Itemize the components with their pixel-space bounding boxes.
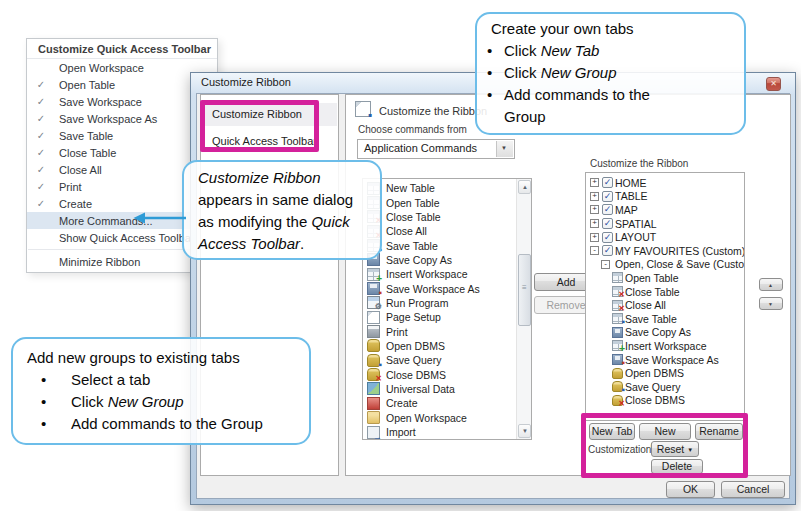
- command-item[interactable]: Close DBMS: [363, 367, 516, 381]
- choose-commands-dropdown[interactable]: Application Commands: [357, 139, 515, 159]
- command-item[interactable]: Save Workspace As: [363, 281, 516, 295]
- tree-item[interactable]: +✓MAP: [586, 203, 744, 217]
- menu-item[interactable]: ✓Save Table: [27, 127, 217, 144]
- tree-item[interactable]: Open DBMS: [586, 366, 744, 380]
- tree-item[interactable]: Save Copy As: [586, 326, 744, 340]
- scroll-up-icon[interactable]: [518, 180, 531, 194]
- scroll-down-icon[interactable]: [518, 424, 531, 438]
- command-item[interactable]: Insert Workspace: [363, 267, 516, 281]
- command-label: Page Setup: [386, 311, 441, 323]
- create-icon: [367, 397, 380, 410]
- checkbox[interactable]: ✓: [602, 204, 613, 215]
- tree-item[interactable]: Save Workspace As: [586, 353, 744, 367]
- command-item[interactable]: Open Table: [363, 195, 516, 209]
- command-item[interactable]: Universal Data: [363, 382, 516, 396]
- callout-create-tabs: Create your own tabs •Click New Tab•Clic…: [475, 12, 746, 135]
- command-item[interactable]: Close Table: [363, 210, 516, 224]
- command-list-scrollbar[interactable]: [516, 179, 531, 439]
- expand-icon[interactable]: +: [590, 219, 599, 228]
- qat-menu-title: Customize Quick Access Toolbar: [27, 39, 217, 59]
- tree-item[interactable]: Save Table: [586, 312, 744, 326]
- menu-item[interactable]: ✓Save Workspace: [27, 93, 217, 110]
- command-label: Close DBMS: [386, 369, 446, 381]
- tree-item[interactable]: +✓LAYOUT: [586, 230, 744, 244]
- command-item[interactable]: New Table: [363, 181, 516, 195]
- checkbox[interactable]: ✓: [602, 177, 613, 188]
- menu-item[interactable]: ✓Save Workspace As: [27, 110, 217, 127]
- menu-item[interactable]: ✓Close Table: [27, 144, 217, 161]
- collapse-icon[interactable]: -: [601, 260, 610, 269]
- checkbox[interactable]: ✓: [602, 218, 613, 229]
- expand-icon[interactable]: +: [590, 205, 599, 214]
- move-up-icon[interactable]: [759, 278, 783, 291]
- checkbox[interactable]: ✓: [602, 191, 613, 202]
- command-item[interactable]: Import: [363, 425, 516, 439]
- checkmark-icon: ✓: [34, 79, 48, 90]
- tree-item-label: LAYOUT: [615, 231, 656, 243]
- text-segment: Click: [504, 64, 541, 81]
- command-item[interactable]: Create: [363, 396, 516, 410]
- command-list[interactable]: New TableOpen TableClose TableClose AllS…: [362, 178, 532, 440]
- tree-item[interactable]: -✓MY FAVOURITES (Custom): [586, 244, 744, 258]
- table-close-icon: [612, 286, 623, 297]
- tree-item[interactable]: Close All: [586, 298, 744, 312]
- tree-item-label: Open, Close & Save (Custom): [615, 258, 745, 270]
- callout-bullets-add: •Select a tab•Click New Group•Add comman…: [27, 369, 295, 435]
- tree-item-label: TABLE: [615, 190, 647, 202]
- menu-item[interactable]: ✓Open Table: [27, 76, 217, 93]
- menu-item-label: Save Workspace As: [59, 113, 157, 125]
- menu-item-label: Save Workspace: [59, 96, 142, 108]
- command-item[interactable]: Run Program: [363, 296, 516, 310]
- command-item[interactable]: Save Copy As: [363, 253, 516, 267]
- db-close-icon: [612, 395, 623, 406]
- checkbox[interactable]: ✓: [602, 232, 613, 243]
- move-down-icon[interactable]: [759, 297, 783, 310]
- checkmark-icon: ✓: [34, 198, 48, 209]
- command-label: Save Query: [386, 354, 441, 366]
- tree-item[interactable]: Insert Workspace: [586, 339, 744, 353]
- command-label: Print: [386, 326, 408, 338]
- command-label: Close Table: [386, 211, 441, 223]
- tree-item-label: Save Query: [625, 381, 680, 393]
- tree-item[interactable]: -Open, Close & Save (Custom): [586, 258, 744, 272]
- cancel-button[interactable]: Cancel: [721, 481, 785, 498]
- expand-icon[interactable]: +: [590, 178, 599, 187]
- tree-item-label: Save Workspace As: [625, 354, 719, 366]
- tree-item[interactable]: Save Query: [586, 380, 744, 394]
- tree-item-label: Save Copy As: [625, 326, 691, 338]
- collapse-icon[interactable]: -: [590, 246, 599, 255]
- command-item[interactable]: Close All: [363, 224, 516, 238]
- tree-item[interactable]: +✓TABLE: [586, 190, 744, 204]
- tree-item[interactable]: +✓HOME: [586, 176, 744, 190]
- dialog-title: Customize Ribbon: [201, 76, 291, 88]
- highlight-box-nav-items: [200, 100, 319, 152]
- command-item[interactable]: Save Table: [363, 238, 516, 252]
- text-segment: Click: [504, 42, 541, 59]
- tree-item[interactable]: +✓SPATIAL: [586, 217, 744, 231]
- db-save-icon: [612, 381, 623, 392]
- scrollbar-thumb[interactable]: [518, 254, 531, 326]
- ok-button[interactable]: OK: [666, 481, 715, 498]
- tree-item[interactable]: Close Table: [586, 285, 744, 299]
- expand-icon[interactable]: +: [590, 192, 599, 201]
- command-item[interactable]: Open Workspace: [363, 411, 516, 425]
- command-item[interactable]: Page Setup: [363, 310, 516, 324]
- tree-item[interactable]: Open Table: [586, 271, 744, 285]
- ribbon-tree[interactable]: +✓HOME+✓TABLE+✓MAP+✓SPATIAL+✓LAYOUT-✓MY …: [585, 172, 745, 421]
- command-label: Open Table: [386, 197, 440, 209]
- command-item[interactable]: Open DBMS: [363, 339, 516, 353]
- tree-item[interactable]: Close DBMS: [586, 394, 744, 408]
- menu-item-label: Save Table: [59, 130, 113, 142]
- bullet-item: •Add commands to the Group: [485, 84, 736, 128]
- chevron-down-icon[interactable]: [496, 141, 513, 157]
- callout-body: Customize Ribbon appears in same dialog …: [198, 167, 362, 255]
- bullet-icon: •: [27, 391, 71, 413]
- command-item[interactable]: Print: [363, 324, 516, 338]
- close-icon[interactable]: ✕: [766, 77, 781, 91]
- checkbox[interactable]: ✓: [602, 245, 613, 256]
- menu-item[interactable]: Open Workspace: [27, 59, 217, 76]
- command-item[interactable]: Save Query: [363, 353, 516, 367]
- folder-icon: [367, 411, 380, 424]
- bullet-text: Click New Group: [504, 62, 682, 84]
- expand-icon[interactable]: +: [590, 233, 599, 242]
